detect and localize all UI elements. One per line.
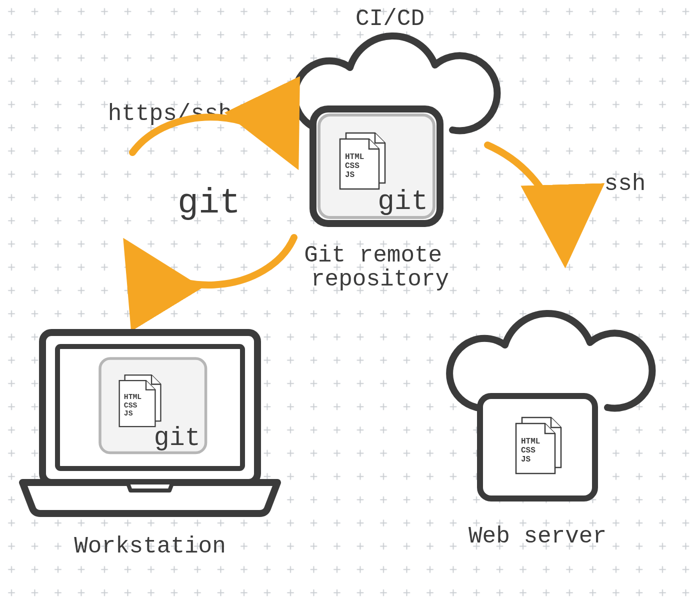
svg-text:Git remote
      repository: Git remote repository <box>304 242 456 292</box>
cicd-label: CI/CD <box>356 6 424 32</box>
git-remote-label: Git remote repository <box>304 242 456 292</box>
git-center-label: git <box>178 184 240 223</box>
ssh-label: ssh <box>604 171 646 197</box>
web-server-node <box>480 396 595 498</box>
git-remote-node <box>313 109 440 224</box>
workstation-label: Workstation <box>74 534 226 560</box>
diagram-canvas: HTML CSS JS git <box>0 0 700 600</box>
web-server-label: Web server <box>468 524 606 550</box>
workstation-node <box>22 332 278 514</box>
